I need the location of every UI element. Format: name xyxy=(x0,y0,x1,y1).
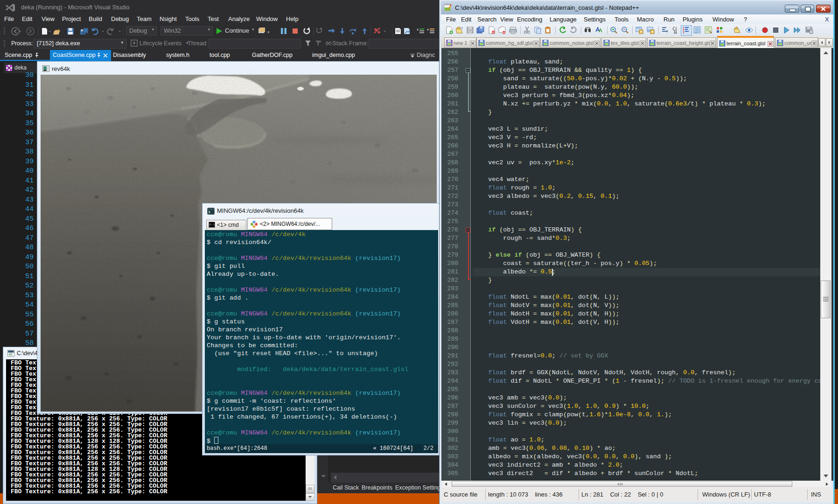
svg-text:C:\: C:\ xyxy=(210,223,215,226)
